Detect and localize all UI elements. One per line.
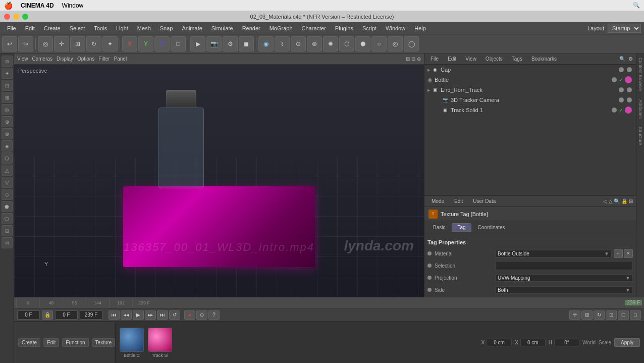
cameras-menu[interactable]: Cameras	[32, 56, 53, 62]
primitives-btn[interactable]: ◉	[258, 36, 274, 51]
swatch-bottle[interactable]: Bottle C	[120, 328, 144, 358]
world-label[interactable]: World	[582, 340, 596, 345]
options-menu[interactable]: Options	[77, 56, 94, 62]
auto-key-btn[interactable]: ⊙	[196, 310, 207, 320]
frame-lock-btn[interactable]: 🔒	[42, 310, 53, 320]
nav-extra-btn[interactable]: ⬡	[618, 310, 629, 320]
menu-animate[interactable]: Animate	[178, 24, 206, 32]
tab-tag[interactable]: Tag	[452, 223, 471, 232]
nav-snap-btn[interactable]: □	[630, 310, 641, 320]
obj-edit-menu[interactable]: Edit	[445, 56, 459, 62]
mode-icon-2[interactable]: ✦	[2, 68, 13, 79]
viewport[interactable]: Perspective Y 136357_00_01_WL3D_intro.mp…	[14, 65, 424, 297]
effector-btn[interactable]: ✺	[323, 36, 338, 51]
menu-mograph[interactable]: MoGraph	[265, 24, 297, 32]
obj-endhorn[interactable]: ▸ ▣ End_Horn_Track	[424, 85, 636, 95]
menu-snap[interactable]: Snap	[156, 24, 177, 32]
mode-icon-1[interactable]: ⊙	[2, 56, 13, 67]
vr-btn[interactable]: ◎	[388, 36, 403, 51]
undo-btn[interactable]: ↩	[2, 36, 17, 51]
layout-dropdown[interactable]: Startup	[608, 24, 641, 33]
view-menu[interactable]: View	[17, 56, 28, 62]
obj-cap[interactable]: ▸ ◉ Cap	[424, 65, 636, 75]
attributes-tab[interactable]: Attributes	[637, 95, 644, 123]
x-axis-btn[interactable]: X	[122, 36, 137, 51]
menu-render[interactable]: Render	[238, 24, 264, 32]
rotate-btn[interactable]: ↻	[86, 36, 101, 51]
mode-icon-16[interactable]: ⧈	[2, 237, 13, 248]
obj-bottle[interactable]: ◉ Bottle ✓	[424, 75, 636, 85]
camera-btn[interactable]: ⬡	[339, 36, 354, 51]
obj-bottle-material[interactable]	[625, 76, 632, 83]
obj-file-menu[interactable]: File	[427, 56, 442, 62]
obj-tracker-cam[interactable]: 📷 3D Tracker Camera	[424, 95, 636, 105]
tab-basic[interactable]: Basic	[427, 223, 451, 232]
obj-tags-menu[interactable]: Tags	[509, 56, 525, 62]
structure-tab[interactable]: Structure	[637, 123, 644, 149]
props-mode-tab[interactable]: Mode	[427, 197, 448, 205]
redo-btn[interactable]: ↪	[18, 36, 33, 51]
mat-edit-btn[interactable]: Edit	[43, 338, 59, 347]
menu-file[interactable]: File	[3, 24, 20, 32]
mat-function-btn[interactable]: Function	[62, 338, 88, 347]
menu-help[interactable]: Help	[410, 24, 430, 32]
render-settings-btn[interactable]: ⚙	[223, 36, 238, 51]
mode-icon-13[interactable]: ⬟	[2, 201, 13, 212]
mat-create-btn[interactable]: Create	[18, 338, 40, 347]
obj-search-icon[interactable]: 🔍	[619, 56, 625, 62]
transform-btn[interactable]: □	[171, 36, 186, 51]
tag-btn[interactable]: ○	[371, 36, 387, 51]
props-edit-tab[interactable]: Edit	[450, 197, 467, 205]
nav-pan-btn[interactable]: ⊡	[606, 310, 617, 320]
light-btn[interactable]: ⬢	[355, 36, 370, 51]
obj-settings-icon[interactable]: ⚙	[628, 56, 633, 62]
tab-coordinates[interactable]: Coordinates	[472, 223, 511, 232]
filter-menu[interactable]: Filter	[98, 56, 110, 62]
menu-character[interactable]: Character	[298, 24, 330, 32]
mode-icon-11[interactable]: ▽	[2, 177, 13, 188]
goto-start-btn[interactable]: ⏮	[109, 310, 120, 320]
prop-selection-value[interactable]	[495, 261, 633, 270]
render-preview-btn[interactable]: ▶	[190, 36, 205, 51]
play-btn[interactable]: ▶	[133, 310, 144, 320]
panel-menu[interactable]: Panel	[114, 56, 127, 62]
nav-scale-btn[interactable]: ⊞	[581, 310, 593, 320]
obj-view-menu[interactable]: View	[462, 56, 479, 62]
help-btn[interactable]: ?	[208, 310, 220, 320]
obj-bookmarks-menu[interactable]: Bookmarks	[528, 56, 560, 62]
nav-zoom-btn[interactable]: ↻	[594, 310, 605, 320]
spline-btn[interactable]: ⌇	[275, 36, 290, 51]
material-action-btn-2[interactable]: ✕	[624, 249, 633, 258]
minimize-button[interactable]	[13, 14, 19, 20]
mode-icon-5[interactable]: ◎	[2, 104, 13, 115]
y-axis-btn[interactable]: Y	[138, 36, 153, 51]
goto-end-btn[interactable]: ⏭	[157, 310, 168, 320]
maximize-button[interactable]	[22, 14, 28, 20]
mode-icon-8[interactable]: ◈	[2, 140, 13, 151]
loop-btn[interactable]: ↺	[169, 310, 180, 320]
timeline-btn[interactable]: ◼	[239, 36, 254, 51]
mat-texture-btn[interactable]: Texture	[92, 338, 116, 347]
menu-window[interactable]: Window	[382, 24, 409, 32]
menu-light[interactable]: Light	[112, 24, 132, 32]
render-btn[interactable]: 📷	[206, 36, 222, 51]
menu-simulate[interactable]: Simulate	[207, 24, 237, 32]
mode-icon-15[interactable]: ⊟	[2, 225, 13, 236]
step-back-btn[interactable]: ◂◂	[121, 310, 132, 320]
menu-edit[interactable]: Edit	[21, 24, 39, 32]
swatch-track[interactable]: Track Si	[148, 328, 172, 358]
menu-plugins[interactable]: Plugins	[331, 24, 357, 32]
prop-material-dropdown[interactable]: Bottle Outside ▼	[495, 250, 612, 257]
menu-mesh[interactable]: Mesh	[133, 24, 155, 32]
step-fwd-btn[interactable]: ▸▸	[145, 310, 156, 320]
mode-icon-6[interactable]: ⊕	[2, 116, 13, 127]
generator-btn[interactable]: ⊙	[291, 36, 306, 51]
mode-icon-7[interactable]: ⊗	[2, 128, 13, 139]
menu-create[interactable]: Create	[40, 24, 65, 32]
apple-menu[interactable]: 🍎	[4, 2, 13, 10]
nav-move-btn[interactable]: ✛	[569, 310, 580, 320]
scale-label[interactable]: Scale	[599, 340, 611, 345]
mac-window-menu[interactable]: Window	[62, 2, 84, 9]
close-button[interactable]	[4, 14, 10, 20]
obj-solid-material[interactable]	[625, 107, 632, 114]
